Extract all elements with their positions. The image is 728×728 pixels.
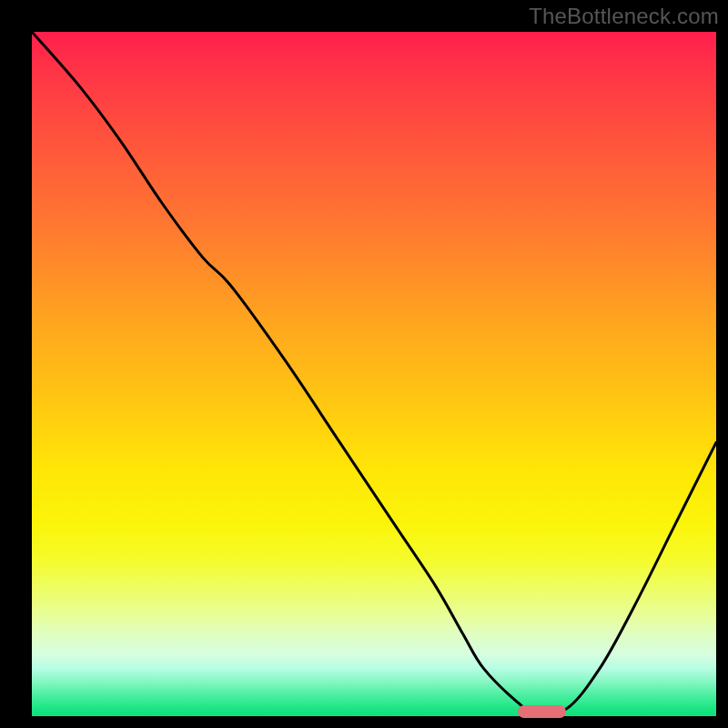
curve-svg bbox=[32, 32, 716, 716]
optimal-marker bbox=[518, 705, 566, 718]
bottleneck-curve-path bbox=[32, 32, 716, 713]
chart-frame: TheBottleneck.com bbox=[0, 0, 728, 728]
plot-area bbox=[32, 32, 716, 716]
attribution-label: TheBottleneck.com bbox=[529, 4, 719, 29]
